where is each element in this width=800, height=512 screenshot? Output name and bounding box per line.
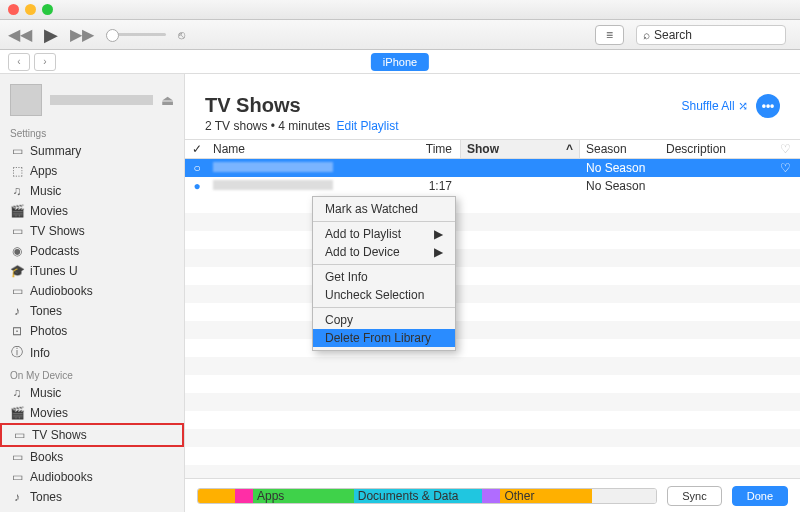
device-name-redacted [50,95,153,105]
sidebar-heading-settings: Settings [0,122,184,141]
sync-button[interactable]: Sync [667,486,721,506]
capacity-bar: AppsDocuments & DataOther [197,488,657,504]
cell-season: No Season [580,161,660,175]
sidebar-item-music[interactable]: ♫Music [0,181,184,201]
sidebar-item-tv-shows[interactable]: ▭TV Shows [0,221,184,241]
minimize-traffic-light[interactable] [25,4,36,15]
page-subtitle: 2 TV shows • 4 minutes Edit Playlist [205,119,399,133]
search-input[interactable]: ⌕ Search [636,25,786,45]
context-separator [313,307,455,308]
capacity-segment [482,489,500,503]
sidebar-item-icon: ♪ [10,490,24,504]
sidebar-item-audiobooks[interactable]: ▭Audiobooks [0,281,184,301]
capacity-segment [198,489,235,503]
done-button[interactable]: Done [732,486,788,506]
context-item-uncheck-selection[interactable]: Uncheck Selection [313,286,455,304]
col-description[interactable]: Description [660,142,770,156]
col-season[interactable]: Season [580,142,660,156]
table-row[interactable]: ●1:17No Season [185,177,800,195]
sidebar-item-movies[interactable]: 🎬Movies [0,403,184,423]
context-item-copy[interactable]: Copy [313,311,455,329]
sidebar-device-header[interactable]: ⏏ [0,78,184,122]
sidebar-item-audiobooks[interactable]: ▭Audiobooks [0,467,184,487]
sidebar-item-photos[interactable]: ⊡Photos [0,321,184,341]
forward-button[interactable]: › [34,53,56,71]
device-pill[interactable]: iPhone [371,53,429,71]
play-icon[interactable]: ▶ [44,24,58,46]
sidebar-item-podcasts[interactable]: ◉Podcasts [0,241,184,261]
col-time[interactable]: Time [400,142,460,156]
capacity-segment: Documents & Data [354,489,482,503]
cell-time: 1:17 [400,179,460,193]
prev-track-icon[interactable]: ◀◀ [8,25,32,44]
view-mode-button[interactable]: ≡ [595,25,624,45]
sidebar-item-label: TV Shows [32,428,87,442]
sidebar-item-tv-shows[interactable]: ▭TV Shows [0,423,184,447]
back-button[interactable]: ‹ [8,53,30,71]
zoom-traffic-light[interactable] [42,4,53,15]
capacity-segment: Other [500,489,592,503]
shuffle-all-button[interactable]: Shuffle All ⤮ [682,99,748,113]
sidebar-item-label: Movies [30,204,68,218]
cell-season: No Season [580,179,660,193]
sidebar-item-icon: ▭ [10,284,24,298]
sidebar-item-label: iTunes U [30,264,78,278]
sidebar-item-1[interactable]: ≡1 [0,507,184,512]
context-item-delete-from-library[interactable]: Delete From Library [313,329,455,347]
col-show[interactable]: Show^ [460,140,580,158]
context-separator [313,264,455,265]
sidebar-item-icon: ♫ [10,184,24,198]
edit-playlist-link[interactable]: Edit Playlist [337,119,399,133]
sidebar-item-music[interactable]: ♫Music [0,383,184,403]
context-menu: Mark as WatchedAdd to Playlist▶Add to De… [312,196,456,351]
close-traffic-light[interactable] [8,4,19,15]
sidebar-item-icon: ▭ [10,144,24,158]
volume-slider[interactable] [106,33,166,36]
sidebar-item-apps[interactable]: ⬚Apps [0,161,184,181]
sidebar-item-icon: ⊡ [10,324,24,338]
sidebar-item-label: Podcasts [30,244,79,258]
sidebar-item-movies[interactable]: 🎬Movies [0,201,184,221]
more-menu-button[interactable]: ••• [756,94,780,118]
table-header: ✓ Name Time Show^ Season Description ♡ [185,139,800,159]
context-item-mark-as-watched[interactable]: Mark as Watched [313,200,455,218]
search-placeholder: Search [654,28,692,42]
main-content: TV Shows 2 TV shows • 4 minutes Edit Pla… [185,74,800,512]
col-loved[interactable]: ♡ [770,142,800,156]
next-track-icon[interactable]: ▶▶ [70,25,94,44]
sidebar-item-icon: ▭ [10,450,24,464]
sidebar: ⏏ Settings ▭Summary⬚Apps♫Music🎬Movies▭TV… [0,74,185,512]
sidebar-item-icon: ◉ [10,244,24,258]
table-body: ○No Season♡●1:17No Season [185,159,800,512]
page-title: TV Shows [205,94,399,117]
sidebar-item-summary[interactable]: ▭Summary [0,141,184,161]
col-name[interactable]: Name [209,142,400,156]
context-item-get-info[interactable]: Get Info [313,268,455,286]
context-separator [313,221,455,222]
sidebar-item-icon: ▭ [12,428,26,442]
sidebar-item-label: Audiobooks [30,284,93,298]
sidebar-item-label: Music [30,184,61,198]
eject-icon[interactable]: ⏏ [161,92,174,108]
device-thumbnail [10,84,42,116]
airplay-icon[interactable]: ⎋ [178,28,185,42]
context-item-add-to-device[interactable]: Add to Device▶ [313,243,455,261]
sidebar-item-label: Tones [30,490,62,504]
sidebar-item-itunes-u[interactable]: 🎓iTunes U [0,261,184,281]
table-row[interactable]: ○No Season♡ [185,159,800,177]
sidebar-item-label: Music [30,386,61,400]
sidebar-item-info[interactable]: ⓘInfo [0,341,184,364]
submenu-arrow-icon: ▶ [434,245,443,259]
context-item-add-to-playlist[interactable]: Add to Playlist▶ [313,225,455,243]
sidebar-item-books[interactable]: ▭Books [0,447,184,467]
toolbar: ◀◀ ▶ ▶▶ ⎋ ≡ ⌕ Search [0,20,800,50]
sidebar-item-label: Audiobooks [30,470,93,484]
unwatched-dot-icon: ● [185,179,209,193]
col-check[interactable]: ✓ [185,142,209,156]
capacity-segment: Apps [253,489,354,503]
search-icon: ⌕ [643,28,650,42]
sidebar-item-label: Summary [30,144,81,158]
sidebar-item-label: TV Shows [30,224,85,238]
sidebar-item-tones[interactable]: ♪Tones [0,301,184,321]
sidebar-item-tones[interactable]: ♪Tones [0,487,184,507]
